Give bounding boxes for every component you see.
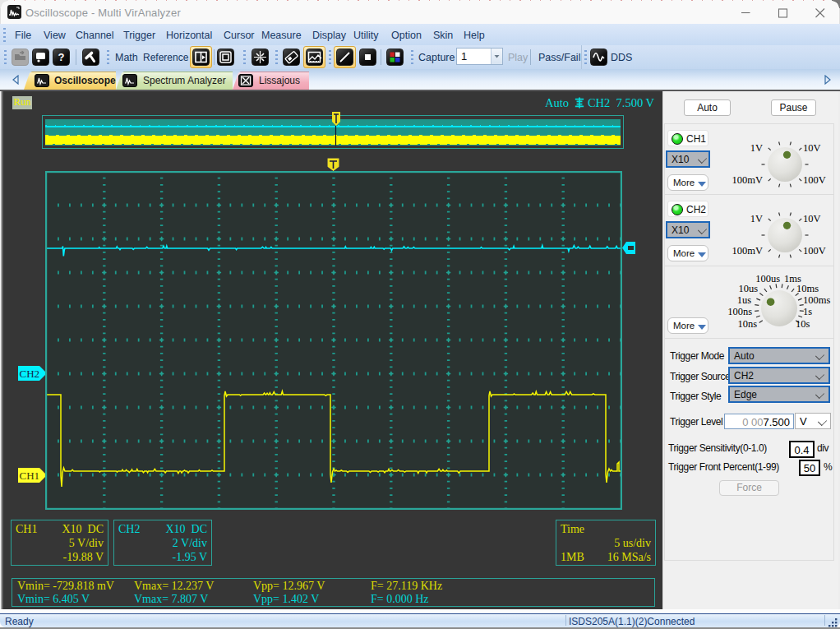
svg-text:CH1: CH1: [20, 469, 40, 482]
svg-text:CH2: CH2: [20, 368, 40, 380]
svg-text:?: ?: [58, 51, 65, 63]
